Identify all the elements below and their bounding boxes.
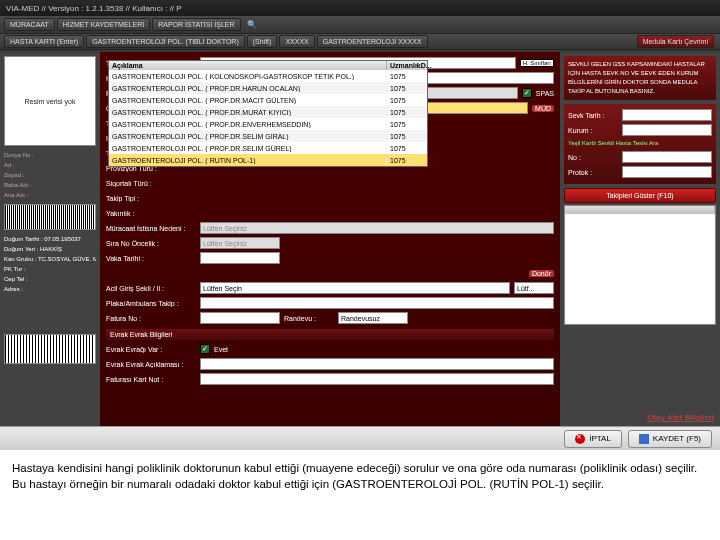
footer-bar: İPTAL KAYDET (F5) bbox=[0, 426, 720, 450]
dropdown-header: Açıklama UzmanlıkD... bbox=[109, 61, 427, 70]
save-icon bbox=[639, 434, 649, 444]
donor-badge[interactable]: Donör bbox=[529, 270, 554, 277]
sub-btn-shift[interactable]: (Shift) bbox=[247, 35, 278, 48]
spas-checkbox[interactable]: ✓ bbox=[522, 88, 532, 98]
kaydet-button[interactable]: KAYDET (F5) bbox=[628, 430, 712, 448]
randevu-select[interactable]: Randevusuz bbox=[338, 312, 408, 324]
dropdown-row[interactable]: GASTROENTEROLOJİ POL. ( PROF.DR.MURAT KI… bbox=[109, 106, 427, 118]
sub-toolbar: HASTA KARTI (Enter) GASTROENTEROLOJİ POL… bbox=[0, 34, 720, 50]
right-table bbox=[564, 205, 716, 325]
protokol-input[interactable] bbox=[622, 166, 712, 178]
barcode-1 bbox=[4, 204, 96, 230]
fatura-kart-not-input[interactable] bbox=[200, 373, 554, 385]
app-title: VIA-MED // Versiyon : 1.2.1.3538 // Kull… bbox=[6, 4, 182, 13]
kurum-input[interactable] bbox=[622, 124, 712, 136]
sub-btn-hastakarti[interactable]: HASTA KARTI (Enter) bbox=[4, 35, 84, 48]
main-toolbar: MÜRACAAT HİZMET KAYDETMELERİ RAPOR İSTAT… bbox=[0, 16, 720, 34]
sira-oncelik-select[interactable]: Lütfen Seçiniz bbox=[200, 237, 280, 249]
mud-badge[interactable]: MÜD bbox=[532, 105, 554, 112]
dropdown-row[interactable]: GASTROENTEROLOJİ POL. ( PROF.DR.SELİM GÜ… bbox=[109, 142, 427, 154]
search-icon[interactable]: 🔍 bbox=[247, 20, 257, 29]
acil-il-select[interactable]: Lütf... bbox=[514, 282, 554, 294]
app-window: VIA-MED // Versiyon : 1.2.1.3538 // Kull… bbox=[0, 0, 720, 450]
sevk-tarih-input[interactable] bbox=[622, 109, 712, 121]
sevkli-ara-link[interactable]: Yeşil Kartlı Sevkli Hasta Tesisi Ara bbox=[568, 139, 712, 148]
instruction-text: Hastaya kendisini hangi poliklinik dokto… bbox=[0, 450, 720, 502]
takipleri-goster-button[interactable]: Takipleri Göster (F10) bbox=[564, 188, 716, 203]
dropdown-row[interactable]: GASTROENTEROLOJİ POL. ( PROF.DR.SELİM Gİ… bbox=[109, 130, 427, 142]
evrak-var-checkbox[interactable]: ✓ bbox=[200, 344, 210, 354]
dropdown-row[interactable]: GASTROENTEROLOJİ POL. ( KOLONOSKOPİ-GAST… bbox=[109, 70, 427, 82]
sub-btn-pol[interactable]: GASTROENTEROLOJİ POL. (TIBLİ DOKTOR) bbox=[86, 35, 245, 48]
dropdown-row[interactable]: GASTROENTEROLOJİ POL. ( PROF.DR.HARUN OC… bbox=[109, 82, 427, 94]
evrak-aciklama-input[interactable] bbox=[200, 358, 554, 370]
no-input[interactable] bbox=[622, 151, 712, 163]
barcode-2 bbox=[4, 334, 96, 364]
servis-dropdown[interactable]: Açıklama UzmanlıkD... GASTROENTEROLOJİ P… bbox=[108, 60, 428, 167]
dropdown-row[interactable]: GASTROENTEROLOJİ POL. ( PROF.DR.MACİT GÜ… bbox=[109, 94, 427, 106]
sub-btn-5[interactable]: GASTROENTEROLOJİ XXXXX bbox=[317, 35, 428, 48]
toolbar-hizmetkayit[interactable]: HİZMET KAYDETMELERİ bbox=[57, 18, 150, 31]
patient-meta: Dosya No : Ad : Soyad : Baba Adı : Ana A… bbox=[4, 150, 96, 200]
iptal-button[interactable]: İPTAL bbox=[564, 430, 622, 448]
dropdown-row[interactable]: GASTROENTEROLOJİ POL. ( RUTİN POL-1)1075 bbox=[109, 154, 427, 166]
plaka-input[interactable] bbox=[200, 297, 554, 309]
title-bar: VIA-MED // Versiyon : 1.2.1.3538 // Kull… bbox=[0, 0, 720, 16]
vaka-tarih-input[interactable] bbox=[200, 252, 280, 264]
patient-sidebar: Resim verisi yok Dosya No : Ad : Soyad :… bbox=[0, 52, 100, 450]
sevk-banner: SEVKLİ GELEN GSS KAPSAMINDAKİ HASTALAR İ… bbox=[564, 56, 716, 100]
toolbar-muracaat[interactable]: MÜRACAAT bbox=[4, 18, 55, 31]
sevk-form: Sevk Tarih : Kurum : Yeşil Kartlı Sevkli… bbox=[564, 104, 716, 184]
cancel-icon bbox=[575, 434, 585, 444]
patient-photo: Resim verisi yok bbox=[4, 56, 96, 146]
olay-afet-link[interactable]: Olay Afet Bilgileri bbox=[648, 413, 714, 422]
fatura-no-input[interactable] bbox=[200, 312, 280, 324]
acil-giris-select[interactable]: Lütfen Seçin bbox=[200, 282, 510, 294]
muracaat-neden-select[interactable]: Lütfen Seçiniz bbox=[200, 222, 554, 234]
section-evrak-header: Evrak Evrak Bilgileri bbox=[106, 329, 554, 340]
sub-btn-medula[interactable]: Medula Kartı Çevrimi bbox=[637, 35, 714, 48]
dropdown-row[interactable]: GASTROENTEROLOJİ POL. ( PROF.DR.ENVERHEM… bbox=[109, 118, 427, 130]
sub-btn-4[interactable]: XXXXX bbox=[279, 35, 314, 48]
toolbar-rapor[interactable]: RAPOR İSTATİSİ İŞLER bbox=[152, 18, 240, 31]
right-panel: SEVKLİ GELEN GSS KAPSAMINDAKİ HASTALAR İ… bbox=[560, 52, 720, 450]
